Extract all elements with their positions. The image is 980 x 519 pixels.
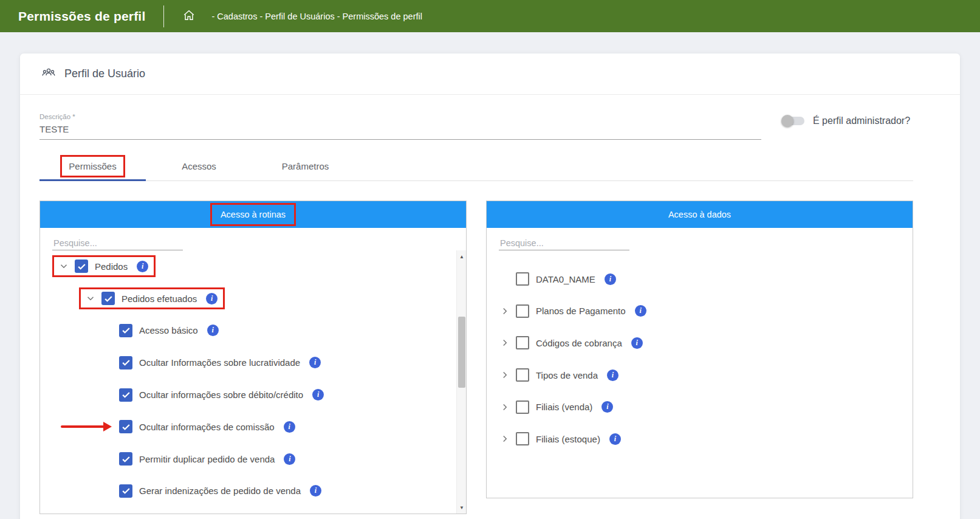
info-icon[interactable]: i <box>631 337 643 349</box>
admin-toggle-label: É perfil administrador? <box>813 115 910 126</box>
info-icon[interactable]: i <box>206 293 218 304</box>
tab-permissões[interactable]: Permissões <box>39 152 146 180</box>
data-row-content: Tipos de vendai <box>499 368 618 382</box>
data-checkbox[interactable] <box>516 272 529 286</box>
info-icon[interactable]: i <box>137 261 148 272</box>
tree-checkbox[interactable] <box>101 292 115 305</box>
data-item-label: Filiais (venda) <box>536 402 592 412</box>
data-row-content: Planos de Pagamentoi <box>499 304 646 318</box>
data-checkbox[interactable] <box>516 304 529 318</box>
data-checkbox[interactable] <box>516 400 529 414</box>
chevron-right-icon[interactable] <box>499 305 511 317</box>
tree-row-content: Ocultar Informações sobre lucratividadei <box>119 356 321 369</box>
routines-tree: PedidosiPedidos efetuadosiAcesso básicoi… <box>40 250 466 507</box>
breadcrumb: - Cadastros - Perfil de Usuários - Permi… <box>211 12 422 21</box>
chevron-right-icon[interactable] <box>499 433 511 445</box>
tree-row: Ocultar informações sobre débito/crédito… <box>40 379 466 411</box>
header-divider <box>163 5 164 27</box>
data-row: Códigos de cobrançai <box>487 327 913 359</box>
tree-row-content: Pedidosi <box>52 255 156 277</box>
tree-checkbox[interactable] <box>119 356 132 369</box>
tree-row: Pedidosi <box>40 250 466 283</box>
chevron-right-icon[interactable] <box>499 369 511 381</box>
tab-label: Acessos <box>182 161 216 171</box>
data-checkbox[interactable] <box>516 336 529 349</box>
info-icon[interactable]: i <box>284 453 295 465</box>
data-row-content: DATA0_NAMEi <box>499 272 616 286</box>
tree-row-content: Ocultar informações sobre débito/crédito… <box>119 388 324 402</box>
users-group-icon <box>41 66 56 82</box>
tree-item-label: Ocultar informações de comissão <box>139 422 275 432</box>
admin-toggle-row: É perfil administrador? <box>783 115 910 126</box>
tree-row-content: Gerar indenizações de pedido de vendai <box>119 484 321 498</box>
data-panel: Acesso à dados DATA0_NAMEiPlanos de Paga… <box>486 201 913 498</box>
arrow-shaft <box>61 425 105 428</box>
info-icon[interactable]: i <box>312 389 324 400</box>
routines-panel-header: Acesso à rotinas <box>40 201 466 228</box>
chevron-down-icon[interactable] <box>84 292 97 304</box>
info-icon[interactable]: i <box>601 401 613 413</box>
tree-checkbox[interactable] <box>119 388 132 402</box>
info-icon[interactable]: i <box>309 357 321 368</box>
data-row: Filiais (estoque)i <box>487 423 913 455</box>
data-checkbox[interactable] <box>516 368 529 382</box>
tab-acessos[interactable]: Acessos <box>146 152 252 180</box>
tree-checkbox[interactable] <box>119 420 132 433</box>
data-item-label: DATA0_NAME <box>536 274 595 284</box>
annotation-arrow <box>61 422 112 431</box>
tab-bar: PermissõesAcessosParâmetros <box>39 152 913 181</box>
data-row: Planos de Pagamentoi <box>487 295 913 328</box>
tab-label: Permissões <box>60 155 125 177</box>
chevron-down-icon[interactable] <box>58 260 70 272</box>
tree-item-label: Pedidos efetuados <box>122 294 197 304</box>
scrollbar-thumb[interactable] <box>458 317 465 388</box>
tree-row-content: Pedidos efetuadosi <box>79 287 225 309</box>
tree-checkbox[interactable] <box>119 324 132 337</box>
info-icon[interactable]: i <box>607 369 618 381</box>
card-title: Perfil de Usuário <box>64 67 145 80</box>
tab-parâmetros[interactable]: Parâmetros <box>252 152 358 180</box>
data-item-label: Tipos de venda <box>536 370 598 380</box>
data-panel-header: Acesso à dados <box>487 201 913 228</box>
data-list: DATA0_NAMEiPlanos de PagamentoiCódigos d… <box>487 250 913 455</box>
chevron-right-icon[interactable] <box>499 337 511 349</box>
routines-scrollbar[interactable]: ▲ ▼ <box>456 250 466 514</box>
tree-row: Acesso básicoi <box>40 315 466 347</box>
chevron-right-icon[interactable] <box>499 401 511 413</box>
tree-row: Ocultar informações de comissãoi <box>40 411 466 443</box>
tree-item-label: Ocultar informações sobre débito/crédito <box>139 390 303 400</box>
routines-panel-title: Acesso à rotinas <box>210 203 296 226</box>
scroll-down-icon[interactable]: ▼ <box>457 503 467 512</box>
routines-search-input[interactable] <box>52 236 183 250</box>
tree-item-label: Ocultar Informações sobre lucratividade <box>139 357 300 368</box>
tree-row: Ocultar Informações sobre lucratividadei <box>40 346 466 379</box>
tree-checkbox[interactable] <box>119 452 132 466</box>
info-icon[interactable]: i <box>635 305 646 317</box>
description-input[interactable] <box>39 120 761 140</box>
data-checkbox[interactable] <box>516 432 529 445</box>
description-field: Descrição * <box>39 113 761 140</box>
page-title: Permissões de perfil <box>18 9 145 24</box>
tree-row: Gerar indenizações de pedido de vendai <box>40 475 466 507</box>
info-icon[interactable]: i <box>207 325 219 336</box>
data-search-area <box>487 228 913 250</box>
tree-row-content: Ocultar informações de comissãoi <box>119 420 295 433</box>
admin-toggle[interactable] <box>783 117 804 125</box>
tree-checkbox[interactable] <box>119 484 132 498</box>
info-icon[interactable]: i <box>609 433 621 445</box>
tab-label: Parâmetros <box>282 161 329 171</box>
data-search-input[interactable] <box>499 236 629 250</box>
info-icon[interactable]: i <box>310 485 321 497</box>
tree-item-label: Permitir duplicar pedido de venda <box>139 454 275 464</box>
description-label: Descrição * <box>39 113 761 120</box>
data-panel-title: Acesso à dados <box>668 210 731 219</box>
tree-checkbox[interactable] <box>75 260 88 273</box>
info-icon[interactable]: i <box>284 421 295 433</box>
routines-search-area <box>40 228 466 250</box>
scroll-up-icon[interactable]: ▲ <box>457 252 467 261</box>
info-icon[interactable]: i <box>605 273 616 285</box>
home-button[interactable] <box>182 9 196 24</box>
tree-item-label: Gerar indenizações de pedido de venda <box>139 486 301 496</box>
data-row: Filiais (venda)i <box>487 391 913 423</box>
profile-card: Perfil de Usuário Descrição * É perfil a… <box>20 53 960 519</box>
